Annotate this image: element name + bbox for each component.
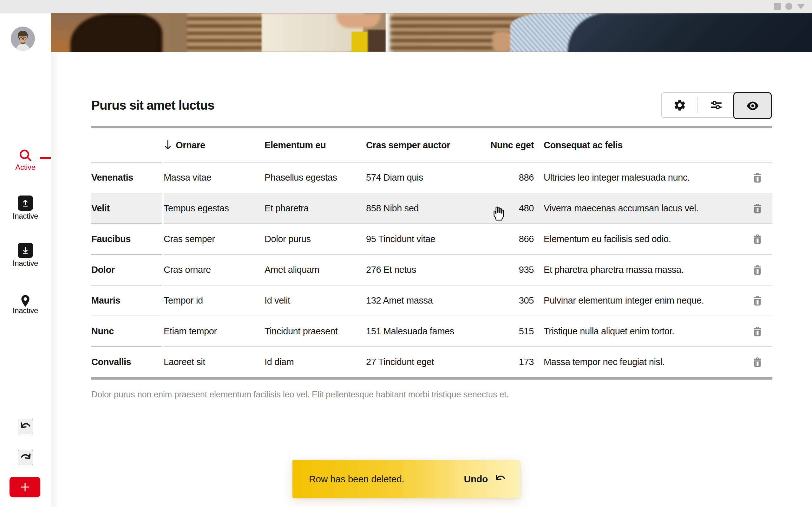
table-row[interactable]: Dolor Cras ornare Amet aliquam 276 Et ne… <box>91 254 772 285</box>
upload-icon <box>18 195 33 211</box>
add-button[interactable] <box>9 477 40 497</box>
filter-button[interactable] <box>698 93 734 117</box>
redo-button[interactable] <box>18 450 33 465</box>
column-header-elementum[interactable]: Elementum eu <box>264 128 366 162</box>
trash-icon <box>751 171 764 184</box>
data-table: Ornare Elementum eu Cras semper auctor N… <box>91 126 772 380</box>
window-circle-icon[interactable] <box>785 3 792 10</box>
window-triangle-icon[interactable] <box>797 3 805 10</box>
toast-undo-button[interactable]: Undo <box>464 472 507 486</box>
plus-icon <box>18 481 32 494</box>
sort-descending-icon <box>164 140 172 151</box>
window-titlebar <box>0 0 812 13</box>
sidebar-item-search[interactable] <box>0 148 51 164</box>
delete-row-button[interactable] <box>749 261 766 279</box>
avatar-photo <box>11 26 35 51</box>
table-row[interactable]: Convallis Laoreet sit Id diam 27 Tincidu… <box>91 346 772 377</box>
sidebar-label-active: Active <box>0 163 51 172</box>
search-icon <box>18 148 33 164</box>
table-row-highlighted[interactable]: Velit Tempus egestas Et pharetra 858 Nib… <box>91 193 772 223</box>
trash-icon <box>751 233 764 245</box>
column-header-blank <box>91 128 162 162</box>
trash-icon <box>751 325 764 338</box>
avatar[interactable] <box>11 26 35 51</box>
download-icon <box>18 243 33 258</box>
content-edge-shadow <box>51 52 59 507</box>
table-row[interactable]: Mauris Tempor id Id velit 132 Amet massa… <box>91 285 772 316</box>
sidebar-label-location: Inactive <box>0 306 51 315</box>
view-button[interactable] <box>733 92 772 119</box>
eye-icon <box>745 99 760 113</box>
trash-icon <box>751 202 764 215</box>
redo-icon <box>18 451 33 465</box>
sliders-icon <box>709 98 723 112</box>
sidebar-label-upload: Inactive <box>0 212 51 221</box>
table-top-bar <box>91 126 772 128</box>
app-window: Active Inactive Inactive <box>0 0 812 507</box>
table-footnote: Dolor purus non enim praesent elementum … <box>91 390 772 400</box>
toast-message: Row has been deleted. <box>309 474 404 485</box>
column-header-ornare[interactable]: Ornare <box>164 128 264 162</box>
gear-icon <box>673 99 687 112</box>
column-header-actions <box>742 128 772 162</box>
settings-button[interactable] <box>662 93 698 117</box>
window-square-icon[interactable] <box>774 3 781 10</box>
column-header-nunc[interactable]: Nunc eget <box>476 128 534 162</box>
window-controls <box>774 3 805 10</box>
trash-icon <box>751 294 764 307</box>
table-header-row: Ornare Elementum eu Cras semper auctor N… <box>91 128 772 162</box>
toast-notification: Row has been deleted. Undo <box>293 460 520 498</box>
column-header-cras[interactable]: Cras semper auctor <box>366 128 476 162</box>
delete-row-button[interactable] <box>749 230 766 248</box>
column-header-consequat[interactable]: Consequat ac felis <box>534 128 742 162</box>
table-row[interactable]: Nunc Etiam tempor Tincidunt praesent 151… <box>91 316 772 346</box>
table-bottom-bar <box>91 377 772 380</box>
delete-row-button[interactable] <box>749 292 766 309</box>
delete-row-button[interactable] <box>749 200 766 217</box>
delete-row-button[interactable] <box>749 353 766 371</box>
sidebar-label-download: Inactive <box>0 259 51 268</box>
page-title: Purus sit amet luctus <box>91 98 214 112</box>
delete-row-button[interactable] <box>749 169 766 187</box>
undo-icon <box>494 472 507 486</box>
sidebar-item-download[interactable] <box>0 243 51 258</box>
delete-row-button[interactable] <box>749 323 766 340</box>
trash-icon <box>751 356 764 369</box>
table-row[interactable]: Venenatis Massa vitae Phasellus egestas … <box>91 162 772 193</box>
sidebar: Active Inactive Inactive <box>0 13 51 507</box>
toast-undo-label: Undo <box>464 474 488 485</box>
active-indicator <box>40 157 51 159</box>
undo-button[interactable] <box>18 419 33 434</box>
table-row[interactable]: Faucibus Cras semper Dolor purus 95 Tinc… <box>91 223 772 254</box>
trash-icon <box>751 264 764 276</box>
header-photo <box>51 13 812 52</box>
view-toolbar <box>661 92 772 118</box>
undo-icon <box>18 419 33 434</box>
sidebar-item-upload[interactable] <box>0 195 51 211</box>
